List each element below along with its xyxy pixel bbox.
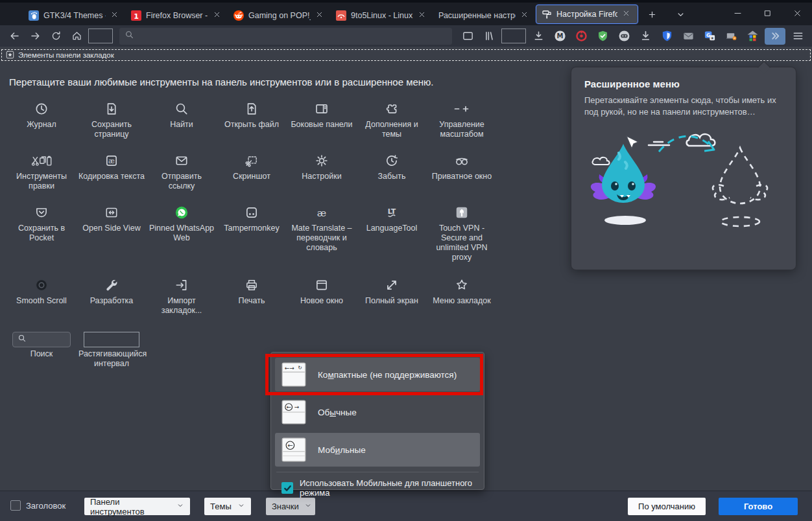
tablet-mode-checkbox-row[interactable]: Использовать Мобильные для планшетного р… bbox=[275, 472, 480, 504]
tabbar-buttons bbox=[642, 5, 690, 25]
forward-button[interactable] bbox=[26, 28, 44, 45]
density-popup-menu: ←→↻Компактные (не поддерживаются)←→Обычн… bbox=[270, 352, 484, 490]
zoom-controls-icon bbox=[453, 100, 470, 118]
bookmarks-placeholder-label: Элементы панели закладок bbox=[18, 51, 114, 59]
palette-item-сохранить-страницу[interactable]: Сохранить страницу bbox=[77, 96, 147, 148]
extension-m-button[interactable]: M bbox=[551, 28, 569, 45]
palette-item-label: Разработка bbox=[90, 296, 134, 306]
back-button[interactable] bbox=[5, 28, 23, 45]
tab-title: Расширенные настрой bbox=[438, 11, 516, 20]
title-bar-checkbox[interactable] bbox=[10, 500, 21, 511]
palette-item-кодировка-текста[interactable]: æКодировка текста bbox=[77, 148, 147, 200]
tab-close-icon[interactable] bbox=[213, 10, 223, 21]
open-file-icon bbox=[245, 100, 259, 118]
home-button[interactable] bbox=[67, 28, 86, 45]
extension-mail-button[interactable] bbox=[679, 28, 697, 45]
window-close-button[interactable] bbox=[782, 3, 812, 24]
palette-item-дополнения-и-темы[interactable]: Дополнения и темы bbox=[357, 96, 427, 148]
palette-item-растягивающийся-интервал[interactable]: Растягивающийся интервал bbox=[77, 328, 147, 382]
palette-item-настройки[interactable]: Настройки bbox=[287, 148, 357, 200]
palette-item-label: Сохранить в Pocket bbox=[8, 224, 75, 243]
tab-расширенные-настрой[interactable]: Расширенные настрой bbox=[433, 5, 536, 25]
palette-item-печать[interactable]: Печать bbox=[217, 272, 287, 328]
palette-item-отправить-ссылку[interactable]: Отправить ссылку bbox=[147, 148, 217, 200]
density-option-обычные[interactable]: ←→Обычные bbox=[275, 395, 480, 429]
palette-item-label: Открыть файл bbox=[224, 120, 279, 130]
palette-item-сохранить-в-pocket[interactable]: Сохранить в Pocket bbox=[6, 200, 77, 272]
gnome-favicon-icon bbox=[29, 10, 39, 21]
palette-item-управление-масштабом[interactable]: Управление масштабом bbox=[427, 96, 497, 148]
toolbars-dropdown[interactable]: Панели инструментов bbox=[84, 498, 190, 515]
svg-text:æ: æ bbox=[108, 157, 115, 165]
extension-laptop-badge-button[interactable] bbox=[722, 28, 740, 45]
palette-item-tampermonkey[interactable]: Tampermonkey bbox=[217, 200, 287, 272]
svg-text:M: M bbox=[556, 32, 563, 40]
palette-item-label: Растягивающийся интервал bbox=[78, 349, 145, 369]
palette-item-mate-translate-переводчик-и-словарь[interactable]: æMate Translate – переводчик и словарь bbox=[287, 200, 357, 272]
tab-close-icon[interactable] bbox=[315, 10, 326, 21]
window-maximize-button[interactable] bbox=[752, 3, 782, 24]
palette-item-open-side-view[interactable]: Open Side View bbox=[77, 200, 147, 272]
palette-item-журнал[interactable]: Журнал bbox=[6, 96, 77, 148]
tablet-mode-checkbox[interactable] bbox=[281, 482, 293, 494]
library-button[interactable] bbox=[480, 28, 498, 45]
downloads-button[interactable] bbox=[529, 28, 547, 45]
sidebar-toggle-button[interactable] bbox=[459, 28, 477, 45]
palette-item-поиск[interactable]: Поиск bbox=[6, 328, 77, 382]
tab-gtk3-4-themes-g[interactable]: GTK3/4 Themes - G bbox=[23, 5, 126, 25]
density-option-компактные-не-поддерживаются[interactable]: ←→↻Компактные (не поддерживаются) bbox=[275, 358, 480, 391]
flex-space-placeholder bbox=[501, 29, 526, 43]
nav-left-group bbox=[5, 28, 113, 45]
tabs-container: GTK3/4 Themes - G1Firefox Browser - CGam… bbox=[23, 5, 638, 25]
title-bar-checkbox-row[interactable]: Заголовок bbox=[10, 500, 66, 511]
palette-item-боковые-панели[interactable]: Боковые панели bbox=[287, 96, 357, 148]
extension-robot-face-button[interactable] bbox=[615, 28, 633, 45]
palette-item-забыть[interactable]: Забыть bbox=[357, 148, 427, 200]
extension-bitwarden-button[interactable] bbox=[658, 28, 676, 45]
window-minimize-button[interactable] bbox=[722, 3, 752, 24]
palette-item-новое-окно[interactable]: Новое окно bbox=[287, 272, 357, 328]
extension-translate-button[interactable]: G★ bbox=[700, 28, 719, 45]
palette-item-label: Поиск bbox=[30, 349, 53, 359]
tab-bar: GTK3/4 Themes - G1Firefox Browser - CGam… bbox=[0, 3, 812, 25]
tab-close-icon[interactable] bbox=[622, 9, 632, 19]
extension-downloader-button[interactable] bbox=[636, 28, 654, 45]
palette-item-скриншот[interactable]: Скриншот bbox=[217, 148, 287, 200]
app-menu-button[interactable] bbox=[789, 28, 807, 45]
palette-item-разработка[interactable]: Разработка bbox=[77, 272, 147, 328]
palette-item-найти[interactable]: Найти bbox=[147, 96, 217, 148]
density-option-мобильные[interactable]: ←Мобильные bbox=[275, 433, 480, 467]
palette-item-pinned-whatsapp-web[interactable]: Pinned WhatsApp Web bbox=[147, 200, 217, 272]
tab-close-icon[interactable] bbox=[110, 10, 121, 21]
tab-firefox-browser-c[interactable]: 1Firefox Browser - C bbox=[126, 5, 228, 25]
tab-настройка-firefox[interactable]: Настройка Firefox bbox=[536, 5, 638, 24]
extension-color-home-button[interactable] bbox=[743, 28, 761, 45]
restore-defaults-button[interactable]: По умолчанию bbox=[628, 498, 706, 515]
palette-item-languagetool[interactable]: LTLanguageTool bbox=[357, 200, 427, 272]
reload-button[interactable] bbox=[47, 28, 65, 45]
extension-red-circle-button[interactable] bbox=[572, 28, 590, 45]
palette-item-полный-экран[interactable]: Полный экран bbox=[357, 272, 427, 328]
palette-item-открыть-файл[interactable]: Открыть файл bbox=[217, 96, 287, 148]
new-tab-button[interactable] bbox=[642, 5, 662, 24]
palette-item-приватное-окно[interactable]: Приватное окно bbox=[427, 148, 497, 200]
palette-item-импорт-закладок[interactable]: Импорт закладок... bbox=[147, 272, 217, 328]
palette-item-инструменты-правки[interactable]: Инструменты правки bbox=[6, 148, 77, 200]
tab-gaming-on-pop-o[interactable]: Gaming on POP!_O bbox=[228, 5, 331, 25]
extension-green-shield-button[interactable] bbox=[593, 28, 612, 45]
done-button[interactable]: Готово bbox=[719, 498, 798, 515]
settings-icon bbox=[315, 152, 329, 170]
palette-item-touch-vpn-secure-and-unlimited-vpn-proxy[interactable]: Touch VPN - Secure and unlimited VPN pro… bbox=[427, 200, 497, 272]
bookmarks-toolbar-placeholder[interactable]: Элементы панели закладок bbox=[1, 49, 811, 61]
themes-dropdown[interactable]: Темы bbox=[204, 498, 251, 515]
density-option-label: Обычные bbox=[318, 408, 357, 417]
customize-heading: Перетащите ваши любимые инструменты на п… bbox=[9, 76, 434, 87]
tab-close-icon[interactable] bbox=[418, 10, 428, 21]
palette-item-smooth-scroll[interactable]: Smooth Scroll bbox=[6, 272, 77, 328]
tab-list-dropdown-button[interactable] bbox=[671, 5, 690, 24]
urlbar[interactable] bbox=[119, 28, 452, 45]
tab-9to5linux-linux-n[interactable]: 9to5Linux - Linux n bbox=[331, 5, 433, 25]
palette-item-меню-закладок[interactable]: Меню закладок bbox=[427, 272, 497, 328]
tab-close-icon[interactable] bbox=[520, 10, 531, 21]
overflow-menu-button[interactable] bbox=[765, 28, 785, 45]
